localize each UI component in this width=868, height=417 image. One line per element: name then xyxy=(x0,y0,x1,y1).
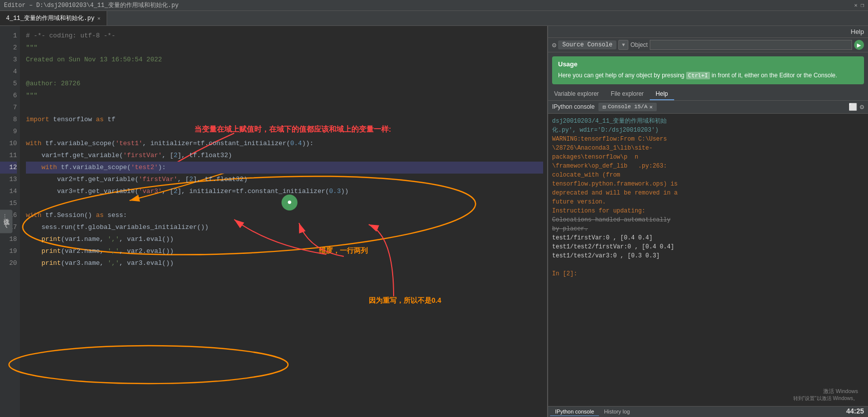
gear-icon[interactable]: ⚙ xyxy=(552,41,556,49)
tab-variable-explorer[interactable]: Variable explorer xyxy=(548,88,605,100)
editor-panel: 说点什么... ❮ 1 2 3 4 5 6 7 8 9 10 11 12 13 … xyxy=(0,26,548,417)
tab-history-log[interactable]: History log xyxy=(599,408,635,416)
console-line: tensorflow.python.framework.ops) is xyxy=(552,180,864,189)
code-line-10: with tf.variable_scope('test1', initiali… xyxy=(26,138,543,150)
console-tab-icon: ⊟ xyxy=(602,104,606,110)
console-line: Colocations handled automatically xyxy=(552,215,864,224)
console-tab-close[interactable]: ✕ xyxy=(649,104,653,110)
console-line: In [2]: xyxy=(552,269,864,278)
code-line-3: Created on Sun Nov 13 16:50:54 2022 xyxy=(26,54,543,66)
sidebar-label: 说点什么... xyxy=(2,213,10,218)
code-line-13: var2=tf.get_variable('firstVar', [2], tf… xyxy=(26,174,543,186)
usage-text: Here you can get help of any object by p… xyxy=(558,71,858,80)
object-label: Object xyxy=(630,41,648,48)
code-line-17: sess.run(tf.global_variables_initializer… xyxy=(26,221,543,233)
code-line-7 xyxy=(26,102,543,114)
console-line: future version. xyxy=(552,198,864,207)
tab-bar: 4_11_变量的作用域和初始化.py ✕ xyxy=(0,11,868,26)
annotation-note2: 因为重写，所以不是0.4 xyxy=(369,295,441,306)
source-console-label[interactable]: Source Console xyxy=(558,40,616,49)
console-line: 化.py', wdir='D:/dsj20010203') xyxy=(552,126,864,135)
help-header: Help xyxy=(548,26,868,38)
tab-help[interactable]: Help xyxy=(650,88,674,100)
editor-tab-main[interactable]: 4_11_变量的作用域和初始化.py ✕ xyxy=(0,11,107,25)
code-line-4 xyxy=(26,66,543,78)
code-line-2: """ xyxy=(26,42,543,54)
left-sidebar[interactable]: 说点什么... ❮ xyxy=(0,209,12,233)
code-line-5: @author: 28726 xyxy=(26,78,543,90)
code-line-16: with tf.Session() as sess: xyxy=(26,209,543,221)
console-line: WARNING:tensorflow:From C:\Users xyxy=(552,135,864,144)
console-line: deprecated and will be removed in a xyxy=(552,189,864,198)
console-line: Instructions for updating: xyxy=(552,207,864,215)
top-bar: Editor – D:\dsj20010203\4_11_变量的作用域和初始化.… xyxy=(0,0,868,11)
ctrl-i-key: Ctrl+I xyxy=(686,72,710,79)
windows-watermark: 激活 Windows 转到"设置"以激活 Windows。 xyxy=(793,388,858,402)
console-line: \28726\Anaconda3_1\lib\site- xyxy=(552,144,864,153)
explorer-tabs: Variable explorer File explorer Help xyxy=(548,88,868,101)
console-line xyxy=(552,260,864,269)
console-line: test1/firstVar:0 , [0.4 0.4] xyxy=(552,233,864,242)
ipython-title: IPython console xyxy=(552,103,594,110)
tab-ipython-console[interactable]: IPython console xyxy=(550,408,599,416)
console-tab[interactable]: ⊟ Console 15/A ✕ xyxy=(598,103,656,111)
console-tab-label: Console 15/A xyxy=(608,104,647,110)
tab-file-explorer[interactable]: File explorer xyxy=(605,88,650,100)
collapse-icon[interactable]: ❮ xyxy=(2,222,10,229)
code-line-11: var1=tf.get_variable('firstVar', [2], tf… xyxy=(26,150,543,162)
console-output: dsj20010203/4_11_变量的作用域和初始 化.py', wdir='… xyxy=(548,114,868,407)
code-line-20: print(var3.name, ',', var3.eval()) xyxy=(26,257,543,269)
source-console-row: ⚙ Source Console ▼ Object ▶ xyxy=(548,38,868,52)
usage-box: Usage Here you can get help of any objec… xyxy=(552,56,864,84)
right-bottom-tabs: IPython console History log xyxy=(548,406,868,417)
ipython-panel: IPython console ⊟ Console 15/A ✕ ⬜ ⚙ dsj… xyxy=(548,101,868,407)
code-line-6: """ xyxy=(26,90,543,102)
tab-label: 4_11_变量的作用域和初始化.py xyxy=(6,14,95,22)
code-area: 1 2 3 4 5 6 7 8 9 10 11 12 13 14 15 16 1… xyxy=(0,26,547,417)
console-line: test1/test2/var3:0 , [0.3 0.3] xyxy=(552,251,864,260)
code-line-9 xyxy=(26,126,543,138)
options-icon[interactable]: ⚙ xyxy=(860,103,864,111)
object-input[interactable] xyxy=(650,40,852,50)
run-button[interactable]: ▶ xyxy=(854,40,864,50)
help-title: Help xyxy=(851,28,864,35)
code-line-8: import tensorflow as tf xyxy=(26,114,543,126)
console-line: by placer. xyxy=(552,224,864,233)
tab-close-icon[interactable]: ✕ xyxy=(98,15,101,21)
right-panel: Help ⚙ Source Console ▼ Object ▶ Usage H… xyxy=(548,26,868,417)
maximize-icon[interactable]: ⬜ xyxy=(849,103,857,111)
ipython-header: IPython console ⊟ Console 15/A ✕ ⬜ ⚙ xyxy=(548,101,868,114)
code-content[interactable]: 当变量在域上赋值时，在域下的值都应该和域上的变量一样: 都应是0.4，和域上变量… xyxy=(20,26,547,417)
main-layout: 说点什么... ❮ 1 2 3 4 5 6 7 8 9 10 11 12 13 … xyxy=(0,26,868,417)
loading-indicator: ● xyxy=(282,195,297,210)
console-line: colocate_with (from xyxy=(552,171,864,180)
console-line: dsj20010203/4_11_变量的作用域和初始 xyxy=(552,117,864,126)
editor-path: Editor – D:\dsj20010203\4_11_变量的作用域和初始化.… xyxy=(4,1,178,9)
console-icons: ⬜ ⚙ xyxy=(849,103,864,111)
source-console-dropdown[interactable]: ▼ xyxy=(618,40,628,50)
code-line-19: print(var2.name, ',', var2.eval()) xyxy=(26,245,543,257)
code-line-1: # -*- coding: utf-8 -*- xyxy=(26,30,543,42)
console-line: test1/test2/firstVar:0 , [0.4 0.4] xyxy=(552,242,864,251)
clock: 44:25 xyxy=(846,407,864,415)
code-line-12: with tf.variable_scope('test2'): xyxy=(26,162,543,174)
code-line-18: print(var1.name, ',', var1.eval()) xyxy=(26,233,543,245)
console-line: packages\tensorflow\p n xyxy=(552,153,864,162)
console-line: \framework\op_def_lib .py:263: xyxy=(552,162,864,171)
usage-title: Usage xyxy=(558,60,858,68)
